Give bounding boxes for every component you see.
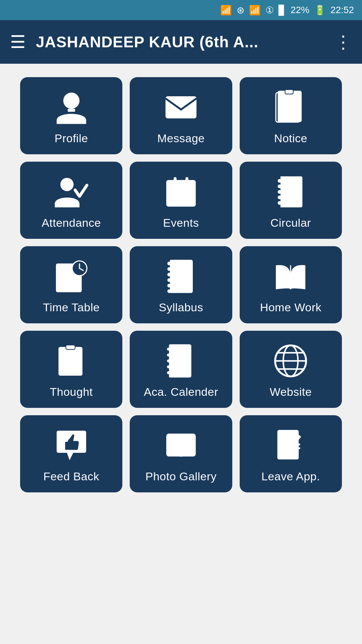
svg-point-45	[167, 262, 171, 265]
svg-rect-59	[73, 364, 80, 366]
grid-item-syllabus[interactable]: Syllabus	[130, 246, 232, 323]
grid-item-timetable[interactable]: Time Table	[20, 246, 122, 323]
svg-point-23	[278, 179, 282, 182]
svg-rect-7	[282, 108, 297, 110]
grid-item-website[interactable]: Website	[240, 331, 342, 408]
timetable-label: Time Table	[43, 301, 100, 314]
battery-icon: 🔋	[314, 5, 326, 16]
grid-item-homework[interactable]: Home Work	[240, 246, 342, 323]
svg-rect-3	[278, 91, 302, 122]
grid-item-acacalender[interactable]: Aca. Calender	[130, 331, 232, 408]
aca-calender-icon	[163, 342, 199, 379]
svg-point-68	[167, 347, 170, 351]
svg-point-26	[278, 196, 282, 199]
circular-icon	[272, 173, 309, 210]
svg-rect-8	[282, 112, 293, 115]
svg-rect-15	[174, 177, 177, 184]
svg-rect-60	[73, 367, 78, 369]
svg-rect-9	[285, 90, 293, 94]
homework-label: Home Work	[260, 301, 321, 314]
svg-point-50	[167, 289, 171, 293]
grid-item-photogallery[interactable]: Photo Gallery	[130, 415, 232, 492]
svg-rect-55	[66, 345, 75, 349]
grid-item-events[interactable]: 31 Events	[130, 162, 232, 239]
bluetooth-icon2: ⊛	[237, 5, 244, 16]
toolbar: ☰ JASHANDEEP KAUR (6th A... ⋮	[0, 20, 362, 64]
wifi-icon: 📶	[249, 5, 261, 16]
syllabus-label: Syllabus	[159, 301, 203, 314]
time-display: 22:52	[330, 5, 354, 15]
svg-rect-88	[294, 447, 300, 449]
leave-app-icon	[272, 427, 309, 464]
syllabus-icon	[163, 258, 199, 295]
svg-rect-62	[169, 344, 191, 352]
website-icon	[272, 342, 309, 379]
svg-point-47	[167, 273, 171, 276]
events-icon: 31	[163, 173, 199, 210]
svg-rect-20	[283, 187, 299, 190]
svg-text:31: 31	[175, 191, 187, 203]
svg-rect-89	[294, 451, 298, 453]
svg-rect-58	[73, 360, 80, 362]
toolbar-title: JASHANDEEP KAUR (6th A...	[36, 33, 324, 51]
menu-icon[interactable]: ☰	[10, 33, 26, 51]
svg-point-69	[167, 354, 170, 357]
svg-rect-64	[171, 359, 190, 361]
grid-item-profile[interactable]: Profile	[20, 77, 122, 154]
status-bar: 📶 ⊛ 📶 ① ▊ 22% 🔋 22:52	[0, 0, 362, 20]
svg-rect-2	[166, 96, 196, 118]
grid-item-leaveapp[interactable]: Leave App.	[240, 415, 342, 492]
svg-point-71	[167, 365, 170, 368]
app-grid: Profile Message Notice	[0, 64, 362, 506]
svg-rect-16	[185, 177, 188, 184]
message-label: Message	[157, 132, 204, 145]
svg-rect-34	[58, 284, 73, 287]
svg-point-0	[63, 93, 79, 109]
svg-point-25	[278, 190, 282, 194]
svg-point-48	[167, 278, 171, 282]
leave-app-label: Leave App.	[261, 470, 320, 483]
circular-label: Circular	[270, 216, 311, 229]
svg-rect-19	[283, 182, 299, 185]
timetable-icon	[53, 258, 90, 295]
battery-text: 22%	[291, 5, 309, 15]
signal-icon: ▊	[279, 5, 286, 16]
svg-point-72	[167, 371, 170, 374]
thought-icon	[53, 342, 90, 379]
grid-item-message[interactable]: Message	[130, 77, 232, 154]
photo-gallery-icon	[163, 427, 199, 464]
svg-point-70	[167, 359, 170, 362]
svg-rect-33	[58, 278, 79, 281]
more-options-icon[interactable]: ⋮	[335, 32, 352, 52]
thought-label: Thought	[50, 385, 93, 398]
homework-icon	[272, 258, 309, 295]
photo-gallery-label: Photo Gallery	[145, 470, 217, 483]
svg-rect-79	[65, 442, 68, 450]
grid-item-circular[interactable]: Circular	[240, 162, 342, 239]
svg-rect-6	[282, 103, 297, 105]
svg-rect-63	[171, 354, 190, 357]
svg-rect-43	[174, 280, 185, 283]
svg-rect-1	[68, 109, 75, 112]
grid-item-notice[interactable]: Notice	[240, 77, 342, 154]
svg-rect-42	[174, 275, 190, 278]
notice-label: Notice	[274, 132, 307, 145]
svg-rect-41	[174, 270, 190, 273]
grid-item-attendance[interactable]: Attendance	[20, 162, 122, 239]
svg-point-46	[167, 267, 171, 271]
notice-icon	[272, 89, 309, 126]
svg-point-49	[167, 284, 171, 287]
svg-point-24	[278, 184, 282, 188]
bluetooth-icon: 📶	[220, 5, 232, 16]
feedback-label: Feed Back	[43, 470, 99, 483]
events-label: Events	[163, 216, 199, 229]
svg-point-11	[60, 178, 74, 191]
grid-item-feedback[interactable]: Feed Back	[20, 415, 122, 492]
grid-item-thought[interactable]: Thought	[20, 331, 122, 408]
profile-icon	[53, 89, 90, 126]
svg-rect-82	[175, 435, 186, 438]
sim-icon: ①	[265, 5, 274, 16]
attendance-label: Attendance	[42, 216, 101, 229]
svg-rect-5	[282, 98, 297, 100]
message-icon	[163, 89, 199, 126]
